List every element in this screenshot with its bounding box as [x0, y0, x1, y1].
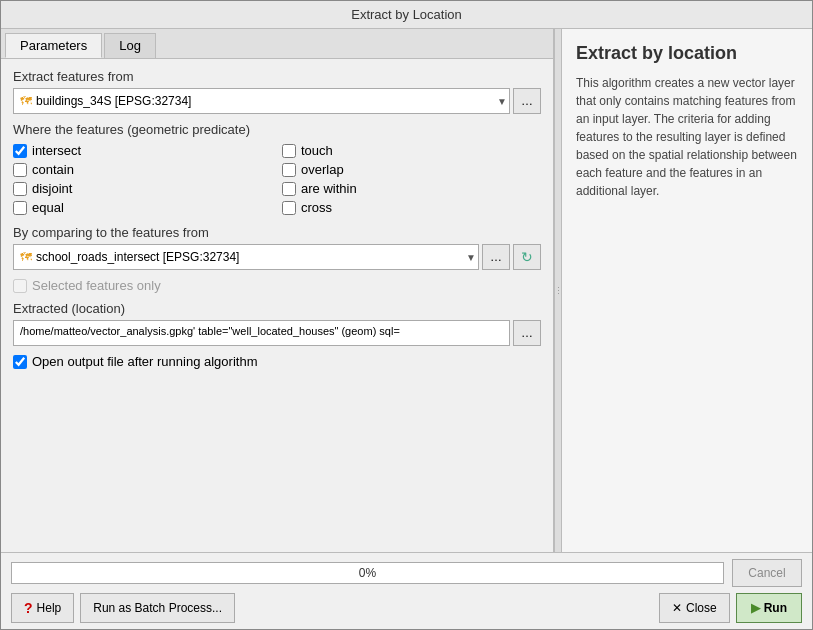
title-bar: Extract by Location	[1, 1, 812, 29]
compare-layer-icon: 🗺	[20, 250, 32, 264]
left-buttons: ? Help Run as Batch Process...	[11, 593, 235, 623]
predicate-disjoint[interactable]: disjoint	[13, 181, 272, 196]
close-icon: ✕	[672, 601, 682, 615]
bottom-bar: 0% Cancel ? Help Run as Batch Process...…	[1, 552, 812, 629]
main-content: Parameters Log Extract features from 🗺 b…	[1, 29, 812, 552]
extract-from-combo[interactable]: 🗺 buildings_34S [EPSG:32734] ▼	[13, 88, 510, 114]
batch-process-button[interactable]: Run as Batch Process...	[80, 593, 235, 623]
tab-log[interactable]: Log	[104, 33, 156, 58]
help-title: Extract by location	[576, 43, 798, 64]
extracted-browse-button[interactable]: …	[513, 320, 541, 346]
predicate-overlap[interactable]: overlap	[282, 162, 541, 177]
progress-bar-container: 0%	[11, 562, 724, 584]
combo-arrow-icon: ▼	[497, 96, 507, 107]
layer-icon: 🗺	[20, 94, 32, 108]
extracted-label: Extracted (location)	[13, 301, 541, 316]
predicate-equal[interactable]: equal	[13, 200, 272, 215]
help-button[interactable]: ? Help	[11, 593, 74, 623]
run-icon: ▶	[751, 601, 760, 615]
help-icon: ?	[24, 600, 33, 616]
extract-from-browse-button[interactable]: …	[513, 88, 541, 114]
compare-from-combo[interactable]: 🗺 school_roads_intersect [EPSG:32734] ▼	[13, 244, 479, 270]
dialog: Extract by Location Parameters Log Extra…	[0, 0, 813, 630]
tab-parameters[interactable]: Parameters	[5, 33, 102, 58]
selected-only-checkbox[interactable]	[13, 279, 27, 293]
extracted-input[interactable]: /home/matteo/vector_analysis.gpkg' table…	[13, 320, 510, 346]
progress-row: 0% Cancel	[11, 559, 802, 587]
cancel-button[interactable]: Cancel	[732, 559, 802, 587]
compare-from-row: 🗺 school_roads_intersect [EPSG:32734] ▼ …	[13, 244, 541, 270]
extract-from-value: buildings_34S [EPSG:32734]	[36, 94, 485, 108]
progress-text: 0%	[359, 566, 376, 580]
predicate-cross[interactable]: cross	[282, 200, 541, 215]
predicate-equal-checkbox[interactable]	[13, 201, 27, 215]
extract-from-label: Extract features from	[13, 69, 541, 84]
left-panel: Parameters Log Extract features from 🗺 b…	[1, 29, 554, 552]
predicate-touch[interactable]: touch	[282, 143, 541, 158]
predicate-contain[interactable]: contain	[13, 162, 272, 177]
panel-divider[interactable]: ⋮	[554, 29, 562, 552]
right-buttons: ✕ Close ▶ Run	[659, 593, 802, 623]
selected-features-row: Selected features only	[13, 278, 541, 293]
selected-only-label: Selected features only	[32, 278, 161, 293]
open-output-row[interactable]: Open output file after running algorithm	[13, 354, 541, 369]
extracted-row: /home/matteo/vector_analysis.gpkg' table…	[13, 320, 541, 346]
run-button[interactable]: ▶ Run	[736, 593, 802, 623]
predicates-label: Where the features (geometric predicate)	[13, 122, 541, 137]
predicate-overlap-checkbox[interactable]	[282, 163, 296, 177]
predicate-are-within[interactable]: are within	[282, 181, 541, 196]
compare-label: By comparing to the features from	[13, 225, 541, 240]
open-output-label: Open output file after running algorithm	[32, 354, 257, 369]
extract-from-row: 🗺 buildings_34S [EPSG:32734] ▼ …	[13, 88, 541, 114]
help-text: This algorithm creates a new vector laye…	[576, 74, 798, 200]
button-row: ? Help Run as Batch Process... ✕ Close ▶…	[11, 593, 802, 623]
right-panel: Extract by location This algorithm creat…	[562, 29, 812, 552]
compare-from-value: school_roads_intersect [EPSG:32734]	[36, 250, 454, 264]
predicate-are-within-checkbox[interactable]	[282, 182, 296, 196]
tabs: Parameters Log	[1, 29, 553, 59]
params-panel: Extract features from 🗺 buildings_34S [E…	[1, 59, 553, 552]
close-button[interactable]: ✕ Close	[659, 593, 730, 623]
predicate-intersect[interactable]: intersect	[13, 143, 272, 158]
open-output-checkbox[interactable]	[13, 355, 27, 369]
compare-refresh-button[interactable]: ↻	[513, 244, 541, 270]
compare-browse-button[interactable]: …	[482, 244, 510, 270]
predicates-grid: intersect touch contain ov	[13, 143, 541, 215]
predicate-disjoint-checkbox[interactable]	[13, 182, 27, 196]
predicate-cross-checkbox[interactable]	[282, 201, 296, 215]
predicate-contain-checkbox[interactable]	[13, 163, 27, 177]
predicate-intersect-checkbox[interactable]	[13, 144, 27, 158]
predicate-touch-checkbox[interactable]	[282, 144, 296, 158]
dialog-title: Extract by Location	[351, 7, 462, 22]
compare-combo-arrow-icon: ▼	[466, 252, 476, 263]
